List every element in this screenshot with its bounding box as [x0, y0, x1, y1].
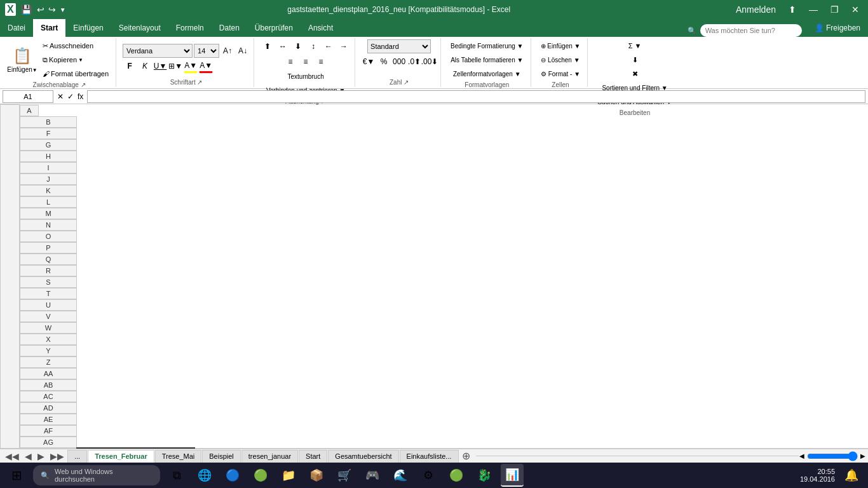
col-header-K[interactable]: K	[20, 185, 77, 196]
col-header-M[interactable]: M	[20, 208, 77, 219]
increase-decimal-button[interactable]: .0⬆	[407, 55, 421, 69]
taskbar-excel-active-icon[interactable]: 📊	[501, 464, 524, 487]
insert-cells-button[interactable]: ⊕ Einfügen ▼	[538, 39, 584, 52]
minimize-button[interactable]: —	[805, 3, 822, 16]
col-header-N[interactable]: N	[20, 219, 77, 231]
cell-AA1[interactable]	[705, 448, 726, 449]
tab-seitenlayout[interactable]: Seitenlayout	[111, 19, 168, 37]
cell-AG1[interactable]	[825, 448, 867, 449]
col-header-AD[interactable]: AD	[20, 402, 77, 414]
sheet-tab-tresen-januar[interactable]: tresen_januar	[241, 450, 298, 463]
cell-F1[interactable]	[237, 448, 258, 449]
cell-X1[interactable]	[641, 448, 663, 449]
col-header-L[interactable]: L	[20, 196, 77, 208]
taskbar-game-icon[interactable]: 🎮	[361, 464, 384, 487]
delete-cells-button[interactable]: ⊖ Löschen ▼	[538, 53, 583, 66]
col-header-G[interactable]: G	[20, 139, 77, 151]
cut-button[interactable]: ✂ Ausschneiden	[39, 39, 112, 52]
col-header-S[interactable]: S	[20, 276, 77, 288]
conditional-formatting-button[interactable]: Bedingte Formatierung ▼	[447, 39, 526, 52]
taskbar-search-box[interactable]: 🔍 Web und Windows durchsuchen	[33, 465, 160, 485]
tab-formeln[interactable]: Formeln	[168, 19, 212, 37]
tab-nav-prev[interactable]: ◀	[22, 450, 34, 463]
col-header-AG[interactable]: AG	[20, 437, 77, 448]
font-size-select[interactable]: 14	[194, 44, 219, 58]
taskbar-chrome-icon[interactable]: 🟢	[249, 464, 272, 487]
col-header-A[interactable]: A	[20, 105, 39, 116]
format-as-table-button[interactable]: Als Tabelle formatieren ▼	[447, 53, 526, 66]
tab-ueberpruefen[interactable]: Überprüfen	[247, 19, 301, 37]
confirm-formula-icon[interactable]: ✓	[66, 91, 75, 102]
cell-P1[interactable]	[466, 448, 489, 449]
cell-V1[interactable]	[597, 448, 620, 449]
taskbar-settings-icon[interactable]: ⚙	[417, 464, 440, 487]
sheet-tab-einkaufsliste[interactable]: Einkaufsliste...	[400, 450, 459, 463]
thousands-button[interactable]: 000	[392, 55, 406, 69]
col-header-AA[interactable]: AA	[20, 368, 77, 379]
close-button[interactable]: ✕	[848, 3, 863, 16]
copy-button[interactable]: ⧉ Kopieren ▼	[39, 53, 112, 66]
taskbar-edge-icon[interactable]: 🌐	[193, 464, 216, 487]
cell-name-box[interactable]	[3, 90, 53, 103]
cell-A1[interactable]	[20, 448, 78, 449]
align-top-button[interactable]: ⬆	[261, 39, 275, 53]
quick-save-icon[interactable]: 💾	[20, 3, 33, 16]
col-header-O[interactable]: O	[20, 231, 77, 242]
cell-styles-button[interactable]: Zellenformatvorlagen ▼	[450, 67, 524, 80]
col-header-T[interactable]: T	[20, 288, 77, 299]
number-format-select[interactable]: Standard	[367, 39, 431, 53]
cell-B1[interactable]: Tresen &	[77, 448, 194, 449]
percent-button[interactable]: %	[377, 55, 391, 69]
cell-Q1[interactable]	[489, 448, 512, 449]
autosum-button[interactable]: Σ ▼	[625, 39, 645, 52]
cell-AC1[interactable]	[747, 448, 768, 449]
login-button[interactable]: Anmelden	[732, 3, 780, 16]
col-header-AF[interactable]: AF	[20, 425, 77, 437]
scroll-left-icon[interactable]: ◀	[799, 452, 804, 459]
col-header-V[interactable]: V	[20, 311, 77, 322]
cell-AD1[interactable]	[768, 448, 789, 449]
col-header-AE[interactable]: AE	[20, 414, 77, 425]
indent-decrease-button[interactable]: ←	[322, 39, 336, 53]
cell-K1[interactable]	[351, 448, 374, 449]
cell-J1[interactable]	[328, 448, 351, 449]
cell-E1[interactable]	[215, 448, 238, 449]
border-button[interactable]: ⊞▼	[168, 59, 182, 73]
paste-button[interactable]: 📋 Einfügen▼	[6, 41, 38, 78]
cell-AE1[interactable]	[789, 448, 807, 449]
taskbar-multitask-icon[interactable]: ⧉	[165, 464, 188, 487]
cell-R1[interactable]	[513, 448, 534, 449]
sheet-tab-ellipsis[interactable]: ...	[67, 450, 87, 463]
tab-nav-next[interactable]: ▶	[35, 450, 47, 463]
col-header-AC[interactable]: AC	[20, 391, 77, 402]
cell-AB1[interactable]	[726, 448, 747, 449]
cell-L1[interactable]	[374, 448, 397, 449]
underline-button[interactable]: U▼	[153, 59, 167, 73]
col-header-W[interactable]: W	[20, 322, 77, 334]
cell-AF1[interactable]	[807, 448, 825, 449]
cell-H1[interactable]	[279, 448, 305, 449]
tab-nav-last[interactable]: ▶▶	[48, 450, 67, 463]
tab-start[interactable]: Start	[33, 19, 65, 37]
col-header-AB[interactable]: AB	[20, 379, 77, 391]
indent-increase-button[interactable]: →	[337, 39, 351, 53]
text-direction-button[interactable]: ↕	[306, 39, 320, 53]
col-header-U[interactable]: U	[20, 299, 77, 311]
cell-D1[interactable]	[194, 448, 215, 449]
sheet-tab-tresen-februar[interactable]: Tresen_Februar	[88, 450, 154, 463]
sheet-tab-beispiel[interactable]: Beispiel	[202, 450, 241, 463]
sheet-tab-trese-mai[interactable]: Trese_Mai	[155, 450, 202, 463]
font-family-select[interactable]: Verdana	[123, 44, 193, 58]
tab-ansicht[interactable]: Ansicht	[301, 19, 341, 37]
currency-button[interactable]: €▼	[362, 55, 376, 69]
col-header-Q[interactable]: Q	[20, 254, 77, 265]
taskbar-package-icon[interactable]: 📦	[305, 464, 328, 487]
taskbar-dragon-icon[interactable]: 🐉	[473, 464, 496, 487]
cell-O1[interactable]	[444, 448, 466, 449]
cell-S1[interactable]	[534, 448, 555, 449]
col-header-X[interactable]: X	[20, 334, 77, 345]
taskbar-explorer-icon[interactable]: 📁	[277, 464, 300, 487]
align-bottom-button[interactable]: ⬇	[291, 39, 305, 53]
format-painter-button[interactable]: 🖌 Format übertragen	[39, 67, 112, 80]
format-cells-button[interactable]: ⚙ Format - ▼	[538, 67, 583, 80]
